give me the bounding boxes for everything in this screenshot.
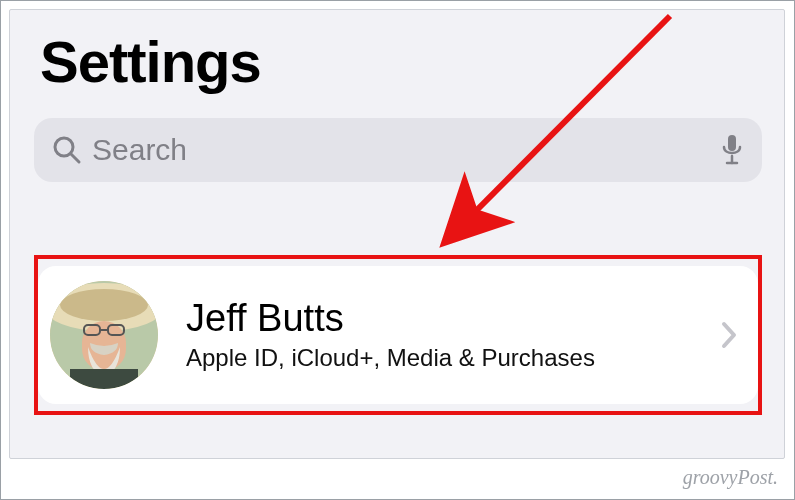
- apple-id-profile-row[interactable]: Jeff Butts Apple ID, iCloud+, Media & Pu…: [38, 266, 758, 404]
- svg-point-8: [60, 289, 148, 321]
- watermark: groovyPost.: [683, 466, 778, 489]
- chevron-right-icon: [720, 320, 738, 350]
- svg-rect-13: [70, 369, 138, 389]
- watermark-text: groovyPost.: [683, 466, 778, 488]
- settings-screen: Settings Search: [9, 9, 785, 459]
- page-title: Settings: [40, 28, 261, 95]
- search-placeholder: Search: [92, 133, 712, 167]
- svg-line-1: [71, 154, 79, 162]
- search-icon: [52, 135, 82, 165]
- screenshot-frame: Settings Search: [0, 0, 795, 500]
- profile-name: Jeff Butts: [186, 298, 720, 340]
- profile-text-block: Jeff Butts Apple ID, iCloud+, Media & Pu…: [186, 298, 720, 372]
- avatar: [50, 281, 158, 389]
- profile-subtitle: Apple ID, iCloud+, Media & Purchases: [186, 344, 720, 372]
- search-field[interactable]: Search: [34, 118, 762, 182]
- microphone-icon[interactable]: [720, 133, 744, 167]
- svg-rect-2: [728, 135, 736, 151]
